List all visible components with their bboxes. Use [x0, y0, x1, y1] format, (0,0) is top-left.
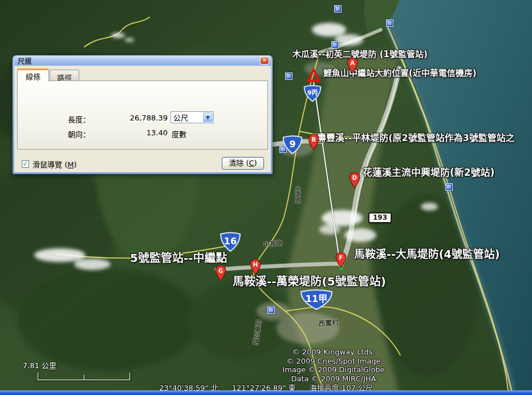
placemark-label: 5號監管站--中繼點 — [130, 249, 228, 265]
route-shield-16: 16 — [219, 230, 242, 253]
route-shield-9: 9 — [282, 134, 303, 155]
length-value: 26,788.39 — [102, 114, 168, 122]
road-label: 中長路 — [263, 237, 282, 248]
pin-B[interactable]: B — [307, 134, 320, 151]
unit-dropdown-value: 公尺 — [171, 112, 203, 123]
svg-text:11甲: 11甲 — [306, 293, 327, 304]
copyright-line: © 2009 Cnes/Spot Image — [239, 357, 428, 366]
placemark-label: 壽豐溪--平林堤防(原2號監管站作為3號監管站之 — [317, 130, 515, 144]
copyright-line: © 2009 Kingway Ltds. — [239, 348, 428, 357]
placemark-label: 花蓮溪主流中興堤防(新2號站) — [363, 164, 494, 179]
pin-H[interactable]: H — [249, 259, 262, 276]
scale-bar-line — [38, 373, 130, 380]
svg-text:16: 16 — [224, 236, 237, 247]
clear-button[interactable]: 清除 (C) — [222, 157, 264, 170]
placemark-icon[interactable] — [445, 183, 453, 191]
copyright-line: Image © 2009 DigitalGlobe — [239, 365, 428, 374]
chevron-down-icon[interactable]: ▼ — [203, 112, 213, 122]
status-bar: 23°40'38.59" 北 121°27'26.89" 東 海拔高度 107 … — [0, 382, 532, 390]
road-label: 水源路 — [293, 186, 302, 203]
pin-G[interactable]: G — [214, 265, 227, 282]
svg-text:F: F — [339, 255, 343, 261]
mouse-nav-checkbox[interactable]: ✓ — [22, 160, 29, 168]
svg-text:B: B — [311, 136, 316, 143]
placemark-icon[interactable] — [267, 307, 275, 314]
close-icon[interactable]: ✕ — [260, 57, 269, 65]
placemark-icon[interactable] — [334, 5, 342, 13]
road-label: 西富村 — [318, 316, 339, 328]
svg-text:9丙: 9丙 — [307, 89, 318, 96]
dialog-titlebar[interactable]: 尺規 ✕ — [14, 55, 271, 66]
pin-A[interactable]: A — [346, 57, 359, 74]
placemark-label: 馬鞍溪--大馬堤防(4號監管站) — [354, 245, 499, 261]
mouse-nav-label: 滑鼠導覽 (M) — [33, 159, 77, 170]
route-shield-9c: 9丙 — [303, 83, 322, 103]
scale-label: 7.81 公里 — [23, 361, 56, 370]
placemark-icon[interactable] — [285, 72, 293, 80]
heading-label: 朝向： — [68, 128, 90, 139]
mouse-nav-row: ✓ 滑鼠導覽 (M) — [22, 159, 77, 170]
measure-start-triangle-icon[interactable] — [307, 68, 320, 83]
route-shield-193: 193 — [368, 212, 392, 223]
placemark-icon[interactable] — [386, 19, 393, 27]
tab-line[interactable]: 線條 — [17, 68, 49, 82]
svg-text:G: G — [218, 268, 223, 274]
heading-value: 13.40 — [102, 128, 168, 137]
pin-D[interactable]: D — [348, 172, 361, 189]
svg-text:D: D — [352, 175, 357, 181]
dialog-title: 尺規 — [18, 56, 260, 66]
unit-dropdown[interactable]: 公尺 ▼ — [170, 111, 214, 123]
taskbar-edge[interactable] — [0, 390, 532, 395]
svg-text:A: A — [350, 60, 355, 66]
dialog-body: 線條 路徑 長度： 26,788.39 公尺 ▼ 朝向： 13.40 度數 ✓ … — [14, 66, 271, 172]
ruler-dialog[interactable]: 尺規 ✕ 線條 路徑 長度： 26,788.39 公尺 ▼ 朝向： 13.40 … — [13, 55, 273, 174]
google-earth-window: 9丙 9 16 11甲 193 A B D F G H 木瓜溪--初英二號堤防 … — [0, 0, 532, 395]
placemark-label: 木瓜溪--初英二號堤防 (1號監管站) — [293, 47, 428, 59]
route-shield-11a: 11甲 — [299, 287, 334, 311]
tab-panel: 長度： 26,788.39 公尺 ▼ 朝向： 13.40 度數 — [17, 80, 268, 150]
svg-text:9: 9 — [289, 139, 295, 150]
heading-unit: 度數 — [172, 128, 186, 139]
svg-text:H: H — [253, 261, 258, 268]
length-label: 長度： — [68, 114, 90, 124]
tab-path[interactable]: 路徑 — [50, 70, 79, 81]
copyright-block: © 2009 Kingway Ltds. © 2009 Cnes/Spot Im… — [239, 348, 428, 383]
scale-bar: 7.81 公里 — [23, 360, 130, 380]
pin-F[interactable]: F — [335, 252, 347, 269]
